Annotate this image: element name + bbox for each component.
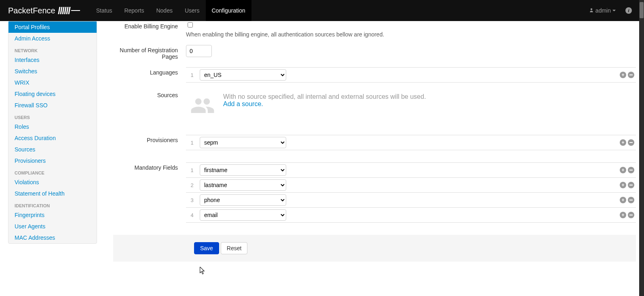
sidebar-item-fingerprints[interactable]: Fingerprints bbox=[8, 209, 97, 221]
field-mandatory: Mandatory Fields 1firstname2lastname3pho… bbox=[113, 162, 636, 223]
sidebar-link[interactable]: Provisioners bbox=[8, 155, 97, 166]
field-reg-pages: Number of Registration Pages bbox=[113, 45, 636, 60]
add-source-link[interactable]: Add a source. bbox=[223, 100, 263, 107]
checkbox-enable-billing[interactable] bbox=[188, 22, 193, 28]
sidebar-item-firewall-sso[interactable]: Firewall SSO bbox=[8, 100, 97, 111]
input-reg-pages[interactable] bbox=[186, 45, 212, 57]
sidebar-item-sources[interactable]: Sources bbox=[8, 144, 97, 155]
sidebar-link[interactable]: MAC Addresses bbox=[8, 232, 97, 243]
add-row-button[interactable] bbox=[620, 139, 626, 146]
info-icon: i bbox=[625, 7, 632, 14]
add-row-button[interactable] bbox=[620, 212, 626, 218]
info-button[interactable]: i bbox=[621, 4, 636, 17]
nav-item-users[interactable]: Users bbox=[179, 0, 206, 21]
sidebar-header-users: Users bbox=[8, 111, 97, 121]
nav-item-nodes[interactable]: Nodes bbox=[150, 0, 178, 21]
sidebar-link[interactable]: Portal Profiles bbox=[8, 21, 97, 33]
sidebar-link[interactable]: Violations bbox=[8, 177, 97, 188]
sidebar-item-interfaces[interactable]: Interfaces bbox=[8, 54, 97, 66]
top-nav: StatusReportsNodesUsersConfiguration bbox=[90, 0, 251, 21]
add-row-button[interactable] bbox=[620, 182, 626, 188]
field-provisioners: Provisioners 1sepm bbox=[113, 135, 636, 150]
sources-empty-text: With no source specified, all internal a… bbox=[223, 93, 426, 100]
sidebar: Portal ProfilesAdmin AccessNetworkInterf… bbox=[8, 21, 97, 244]
sidebar-item-roles[interactable]: Roles bbox=[8, 121, 97, 132]
provisioner-select[interactable]: sepm bbox=[200, 137, 286, 148]
sidebar-link[interactable]: Firewall SSO bbox=[8, 100, 97, 111]
user-menu[interactable]: admin bbox=[585, 4, 620, 17]
save-button[interactable]: Save bbox=[194, 242, 219, 254]
sidebar-link[interactable]: Access Duration bbox=[8, 132, 97, 144]
label-sources: Sources bbox=[113, 90, 186, 128]
nav-item-reports[interactable]: Reports bbox=[118, 0, 150, 21]
vertical-scrollbar[interactable] bbox=[639, 0, 644, 296]
mandatory-field-select[interactable]: lastname bbox=[200, 179, 286, 191]
remove-row-button[interactable] bbox=[628, 72, 634, 78]
sidebar-item-portal-profiles[interactable]: Portal Profiles bbox=[8, 21, 97, 33]
nav-item-status[interactable]: Status bbox=[90, 0, 118, 21]
sidebar-item-provisioners[interactable]: Provisioners bbox=[8, 155, 97, 166]
sidebar-item-switches[interactable]: Switches bbox=[8, 66, 97, 77]
sidebar-link[interactable]: Floating devices bbox=[8, 88, 97, 100]
sidebar-link[interactable]: Interfaces bbox=[8, 54, 97, 66]
sidebar-link[interactable]: Roles bbox=[8, 121, 97, 132]
label-mandatory: Mandatory Fields bbox=[113, 162, 186, 223]
sidebar-item-admin-access[interactable]: Admin Access bbox=[8, 33, 97, 44]
label-languages: Languages bbox=[113, 67, 186, 83]
sidebar-link[interactable]: Sources bbox=[8, 144, 97, 155]
row-index: 3 bbox=[186, 197, 198, 203]
remove-row-button[interactable] bbox=[628, 167, 634, 173]
sidebar-item-wrix[interactable]: WRIX bbox=[8, 77, 97, 88]
row-index: 2 bbox=[186, 182, 198, 188]
sidebar-item-statement-of-health[interactable]: Statement of Health bbox=[8, 188, 97, 199]
sidebar-item-floating-devices[interactable]: Floating devices bbox=[8, 88, 97, 100]
nav-link[interactable]: Reports bbox=[118, 0, 150, 21]
label-provisioners: Provisioners bbox=[113, 135, 186, 150]
remove-row-button[interactable] bbox=[628, 139, 634, 146]
sidebar-link[interactable]: WRIX bbox=[8, 77, 97, 88]
nav-link[interactable]: Nodes bbox=[150, 0, 178, 21]
sidebar-link[interactable]: Statement of Health bbox=[8, 188, 97, 199]
navbar: PacketFence StatusReportsNodesUsersConfi… bbox=[0, 0, 644, 21]
users-icon bbox=[190, 93, 215, 119]
sidebar-item-mac-addresses[interactable]: MAC Addresses bbox=[8, 232, 97, 243]
sidebar-link[interactable]: Switches bbox=[8, 66, 97, 77]
sidebar-item-user-agents[interactable]: User Agents bbox=[8, 221, 97, 232]
nav-link[interactable]: Configuration bbox=[206, 0, 251, 21]
sidebar-link[interactable]: Admin Access bbox=[8, 33, 97, 44]
add-row-button[interactable] bbox=[620, 197, 626, 203]
brand-text: PacketFence bbox=[8, 6, 55, 15]
help-enable-billing: When enabling the billing engine, all au… bbox=[186, 31, 636, 38]
sidebar-header-compliance: Compliance bbox=[8, 166, 97, 177]
row-index: 4 bbox=[186, 212, 198, 218]
add-row-button[interactable] bbox=[620, 72, 626, 78]
mandatory-field-select[interactable]: email bbox=[200, 209, 286, 221]
language-select[interactable]: en_US bbox=[200, 69, 286, 81]
brand[interactable]: PacketFence bbox=[8, 6, 80, 15]
row-index: 1 bbox=[186, 140, 198, 146]
remove-row-button[interactable] bbox=[628, 197, 634, 203]
sidebar-link[interactable]: Fingerprints bbox=[8, 209, 97, 221]
brand-logo-icon bbox=[58, 7, 80, 14]
reset-button[interactable]: Reset bbox=[221, 242, 248, 254]
mandatory-field-row: 4email bbox=[186, 208, 636, 223]
nav-link[interactable]: Status bbox=[90, 0, 118, 21]
label-reg-pages: Number of Registration Pages bbox=[113, 45, 186, 60]
remove-row-button[interactable] bbox=[628, 212, 634, 218]
main-content: Enable Billing Engine When enabling the … bbox=[97, 21, 644, 274]
remove-row-button[interactable] bbox=[628, 182, 634, 188]
nav-link[interactable]: Users bbox=[179, 0, 206, 21]
mandatory-field-select[interactable]: phone bbox=[200, 194, 286, 206]
add-row-button[interactable] bbox=[620, 167, 626, 173]
sidebar-item-violations[interactable]: Violations bbox=[8, 177, 97, 188]
sidebar-link[interactable]: User Agents bbox=[8, 221, 97, 232]
nav-item-configuration[interactable]: Configuration bbox=[206, 0, 251, 21]
provisioner-row: 1sepm bbox=[186, 135, 636, 150]
field-enable-billing: Enable Billing Engine When enabling the … bbox=[113, 21, 636, 38]
mandatory-field-row: 2lastname bbox=[186, 178, 636, 193]
field-sources: Sources With no source specified, all in… bbox=[113, 90, 636, 128]
sidebar-item-access-duration[interactable]: Access Duration bbox=[8, 132, 97, 144]
user-menu-label: admin bbox=[595, 7, 611, 14]
sidebar-header-network: Network bbox=[8, 44, 97, 54]
mandatory-field-select[interactable]: firstname bbox=[200, 164, 286, 176]
